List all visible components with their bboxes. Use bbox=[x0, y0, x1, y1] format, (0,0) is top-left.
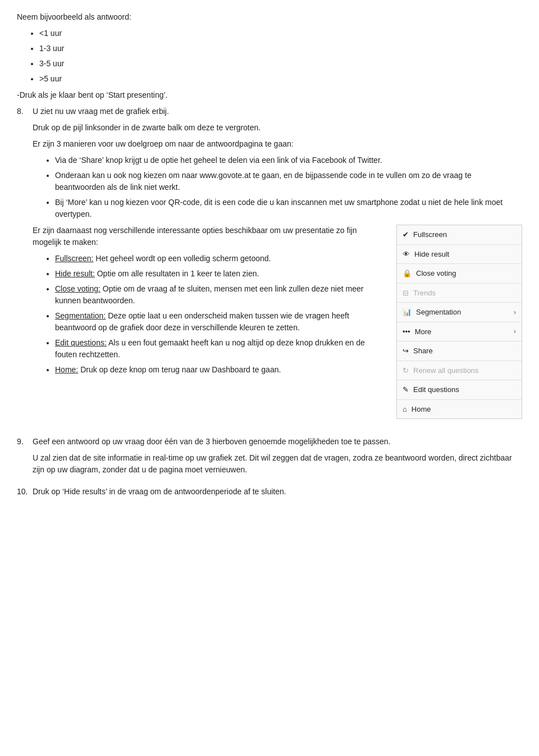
item-10-number: 10. bbox=[17, 486, 33, 502]
fullscreen-option-text: Het geheel wordt op een volledig scherm … bbox=[95, 254, 271, 263]
item-8-text2: Druk op de pijl linksonder in de zwarte … bbox=[33, 122, 522, 134]
menu-item-renew: ↻ Renew all questions bbox=[397, 361, 522, 381]
home-option-text: Druk op deze knop om terug naar uw Dashb… bbox=[80, 365, 281, 374]
segmentation-chevron-icon: › bbox=[514, 307, 516, 317]
item-9-text2: U zal zien dat de site informatie in rea… bbox=[33, 452, 522, 476]
more-chevron-icon: › bbox=[514, 326, 516, 336]
renew-label: Renew all questions bbox=[413, 365, 478, 376]
share-label: Share bbox=[413, 345, 433, 357]
close-voting-option-label: Close voting: bbox=[55, 284, 101, 293]
edit-questions-label: Edit questions bbox=[413, 384, 459, 395]
options-section: ✔ Fullscreen 👁 Hide result bbox=[33, 225, 522, 425]
menu-item-fullscreen[interactable]: ✔ Fullscreen bbox=[397, 225, 522, 245]
home-option-label: Home: bbox=[55, 365, 78, 374]
item-8-content: U ziet nu uw vraag met de grafiek erbij.… bbox=[33, 106, 522, 430]
home-label: Home bbox=[412, 404, 431, 415]
item-8: 8. U ziet nu uw vraag met de grafiek erb… bbox=[17, 106, 522, 430]
menu-screenshot: ✔ Fullscreen 👁 Hide result bbox=[396, 225, 522, 419]
list-item: Onderaan kan u ook nog kiezen om naar ww… bbox=[55, 170, 522, 193]
menu-item-share[interactable]: ↪ Share bbox=[397, 341, 522, 361]
list-item: 3-5 uur bbox=[39, 58, 522, 70]
list-item: <1 uur bbox=[39, 28, 522, 39]
item-8-text1: U ziet nu uw vraag met de grafiek erbij. bbox=[33, 106, 522, 117]
segmentation-label: Segmentation bbox=[416, 307, 461, 318]
menu-item-segmentation[interactable]: 📊 Segmentation › bbox=[397, 303, 522, 322]
fullscreen-label: Fullscreen bbox=[413, 229, 447, 240]
segmentation-icon: 📊 bbox=[403, 307, 412, 318]
list-item: Bij ‘More’ kan u nog kiezen voor QR-code… bbox=[55, 197, 522, 220]
fullscreen-icon: ✔ bbox=[403, 229, 409, 240]
list-item: >5 uur bbox=[39, 73, 522, 85]
item-9-content: Geef een antwoord op uw vraag door één v… bbox=[33, 436, 522, 480]
home-icon: ⌂ bbox=[403, 404, 407, 415]
menu-item-close-voting[interactable]: 🔒 Close voting bbox=[397, 264, 522, 284]
more-label: More bbox=[415, 326, 432, 338]
intro-label: Neem bijvoorbeeld als antwoord: bbox=[17, 11, 522, 23]
item-8-share-list: Via de ‘Share’ knop krijgt u de optie he… bbox=[55, 154, 522, 220]
renew-icon: ↻ bbox=[403, 365, 409, 376]
close-voting-label: Close voting bbox=[416, 268, 456, 279]
trends-icon: ⊟ bbox=[403, 288, 409, 299]
item-10: 10. Druk op ‘Hide results’ in de vraag o… bbox=[17, 486, 522, 502]
segmentation-option-label: Segmentation: bbox=[55, 311, 106, 320]
close-voting-option-text: Optie om de vraag af te sluiten, mensen … bbox=[55, 284, 363, 305]
trends-label: Trends bbox=[413, 288, 436, 299]
hide-result-icon: 👁 bbox=[403, 249, 410, 260]
intro-bullet-list: <1 uur 1-3 uur 3-5 uur >5 uur bbox=[39, 28, 522, 85]
close-voting-icon: 🔒 bbox=[403, 268, 412, 279]
hide-result-option-text: Optie om alle resultaten in 1 keer te la… bbox=[97, 269, 259, 278]
item-9-text1: Geef een antwoord op uw vraag door één v… bbox=[33, 436, 522, 448]
menu-item-home[interactable]: ⌂ Home bbox=[397, 400, 522, 419]
menu-item-trends: ⊟ Trends bbox=[397, 284, 522, 303]
page-content: Neem bijvoorbeeld als antwoord: <1 uur 1… bbox=[17, 11, 522, 502]
more-icon: ••• bbox=[403, 326, 410, 338]
start-presenting-text: -Druk als je klaar bent op ‘Start presen… bbox=[17, 89, 522, 101]
list-item: 1-3 uur bbox=[39, 43, 522, 54]
hide-result-label: Hide result bbox=[414, 249, 449, 260]
item-10-text: Druk op ‘Hide results’ in de vraag om de… bbox=[33, 486, 522, 498]
item-10-content: Druk op ‘Hide results’ in de vraag om de… bbox=[33, 486, 522, 502]
item-9: 9. Geef een antwoord op uw vraag door éé… bbox=[17, 436, 522, 480]
edit-questions-option-label: Edit questions: bbox=[55, 338, 107, 347]
share-icon: ↪ bbox=[403, 345, 409, 357]
menu-item-hide-result[interactable]: 👁 Hide result bbox=[397, 245, 522, 265]
edit-icon: ✎ bbox=[403, 384, 409, 395]
item-8-number: 8. bbox=[17, 106, 33, 430]
menu-item-more[interactable]: ••• More › bbox=[397, 322, 522, 342]
list-item: Via de ‘Share’ knop krijgt u de optie he… bbox=[55, 154, 522, 166]
intro-section: Neem bijvoorbeeld als antwoord: <1 uur 1… bbox=[17, 11, 522, 101]
item-8-intro: Er zijn 3 manieren voor uw doelgroep om … bbox=[33, 138, 522, 150]
hide-result-option-label: Hide result: bbox=[55, 269, 95, 278]
menu-item-edit-questions[interactable]: ✎ Edit questions bbox=[397, 380, 522, 400]
fullscreen-option-label: Fullscreen: bbox=[55, 254, 93, 263]
item-9-number: 9. bbox=[17, 436, 33, 480]
